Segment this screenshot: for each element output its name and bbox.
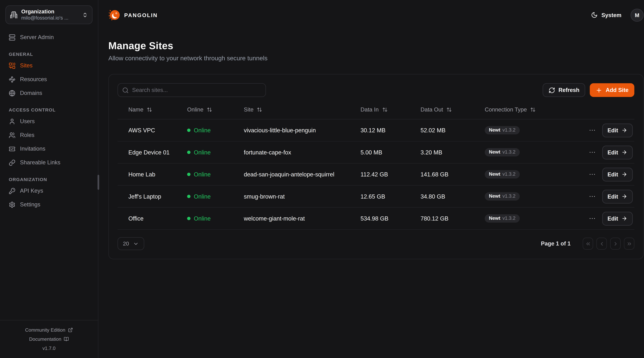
site-slug-cell: fortunate-cape-fox [244, 149, 360, 156]
connection-type-badge: Newt v1.3.2 [485, 214, 520, 222]
column-header-connection-type[interactable]: Connection Type [485, 106, 585, 113]
brand-name: PANGOLIN [124, 12, 158, 18]
sidebar-footer: Community Edition Documentation v1.7.0 [0, 320, 98, 358]
more-options-icon[interactable] [588, 149, 596, 156]
sidebar-item-api-keys[interactable]: API Keys [6, 184, 92, 198]
more-options-icon[interactable] [588, 193, 596, 200]
connection-version: v1.3.2 [502, 216, 516, 221]
sidebar-item-shareable-links[interactable]: Shareable Links [6, 156, 92, 169]
status-badge: Online [194, 149, 211, 156]
brand[interactable]: PANGOLIN [108, 9, 158, 21]
link-icon [9, 159, 16, 166]
site-name-cell: Edge Device 01 [118, 149, 187, 156]
edit-button[interactable]: Edit [602, 189, 633, 203]
last-page-button[interactable] [624, 238, 634, 250]
globe-icon [9, 90, 16, 96]
site-name-cell: Office [118, 215, 187, 222]
connection-name: Newt [489, 194, 500, 199]
sort-icon [257, 107, 262, 112]
sidebar-item-label: Sites [20, 62, 32, 69]
topbar-actions: System M [591, 8, 644, 21]
sidebar-item-resources[interactable]: Resources [6, 72, 92, 86]
sidebar-item-roles[interactable]: Roles [6, 128, 92, 142]
first-page-button[interactable] [583, 238, 593, 250]
sidebar-item-invitations[interactable]: Invitations [6, 142, 92, 156]
page-size-select[interactable]: 20 [118, 237, 144, 250]
column-label: Site [244, 106, 254, 113]
external-link-icon [68, 328, 73, 333]
sidebar-item-sites[interactable]: Sites [6, 59, 92, 72]
sidebar-item-label: Domains [20, 90, 42, 96]
avatar[interactable]: M [630, 8, 644, 21]
sites-toolbar: Refresh Add Site [118, 83, 634, 97]
connection-type-badge: Newt v1.3.2 [485, 192, 520, 200]
table-row: Jeff's Laptop Online smug-brown-rat 12.6… [118, 185, 634, 208]
building-icon [10, 11, 18, 18]
refresh-label: Refresh [558, 87, 580, 93]
prev-page-button[interactable] [596, 238, 607, 250]
arrow-right-icon [622, 215, 627, 221]
connection-name: Newt [489, 216, 500, 221]
topbar: PANGOLIN System M [108, 0, 644, 30]
edit-button[interactable]: Edit [602, 123, 633, 137]
column-header-data-out[interactable]: Data Out [420, 106, 485, 113]
edit-button[interactable]: Edit [602, 146, 633, 159]
sidebar-item-domains[interactable]: Domains [6, 86, 92, 100]
online-status-dot [187, 173, 190, 176]
sidebar-item-server-admin[interactable]: Server Admin [6, 30, 92, 44]
search-box[interactable] [118, 83, 266, 97]
next-page-button[interactable] [610, 238, 620, 250]
column-label: Name [128, 106, 144, 113]
community-edition-link[interactable]: Community Edition [0, 326, 98, 335]
sidebar-item-label: API Keys [20, 188, 43, 194]
more-options-icon[interactable] [588, 215, 596, 222]
refresh-button[interactable]: Refresh [543, 83, 585, 97]
connection-version: v1.3.2 [502, 172, 516, 177]
edit-label: Edit [608, 193, 618, 199]
connection-name: Newt [489, 128, 500, 133]
status-cell: Online [187, 149, 244, 156]
plus-icon [596, 87, 602, 93]
edit-button[interactable]: Edit [602, 211, 633, 225]
sidebar-item-label: Roles [20, 132, 34, 138]
data-out-cell: 52.02 MB [420, 127, 485, 134]
theme-toggle[interactable]: System [591, 12, 622, 18]
site-slug-cell: dead-san-joaquin-antelope-squirrel [244, 171, 360, 178]
edit-label: Edit [608, 127, 618, 134]
user-icon [9, 118, 16, 125]
sidebar-section-general: GENERAL [6, 52, 92, 57]
pangolin-logo-icon [108, 9, 121, 21]
edit-label: Edit [608, 215, 618, 222]
sidebar-item-label: Server Admin [20, 34, 54, 40]
status-badge: Online [194, 127, 211, 134]
documentation-label: Documentation [29, 337, 61, 342]
column-header-site[interactable]: Site [244, 106, 360, 113]
connection-type-cell: Newt v1.3.2 [485, 170, 585, 178]
sidebar-item-settings[interactable]: Settings [6, 198, 92, 211]
sidebar-item-label: Users [20, 118, 35, 125]
arrow-right-icon [622, 193, 627, 199]
org-selector-title: Organization [21, 8, 78, 15]
column-header-name[interactable]: Name [118, 106, 187, 113]
community-edition-label: Community Edition [25, 328, 65, 333]
more-options-icon[interactable] [588, 171, 596, 178]
users-icon [9, 132, 16, 138]
documentation-link[interactable]: Documentation [0, 335, 98, 344]
more-options-icon[interactable] [588, 127, 596, 134]
search-input[interactable] [132, 87, 261, 93]
sidebar-item-users[interactable]: Users [6, 114, 92, 128]
add-site-button[interactable]: Add Site [590, 83, 634, 97]
column-header-online[interactable]: Online [187, 106, 244, 113]
edit-button[interactable]: Edit [602, 168, 633, 181]
column-label: Connection Type [485, 106, 527, 113]
sidebar-scrollbar-thumb[interactable] [98, 175, 99, 190]
connection-type-cell: Newt v1.3.2 [485, 192, 585, 200]
column-header-data-in[interactable]: Data In [360, 106, 420, 113]
connection-version: v1.3.2 [502, 128, 516, 133]
sidebar-item-label: Shareable Links [20, 159, 60, 166]
invitation-icon [9, 146, 16, 152]
connection-type-badge: Newt v1.3.2 [485, 170, 520, 178]
org-selector[interactable]: Organization milo@fossorial.io's ... [6, 5, 92, 24]
chevrons-up-down-icon [82, 12, 88, 18]
status-badge: Online [194, 215, 211, 222]
